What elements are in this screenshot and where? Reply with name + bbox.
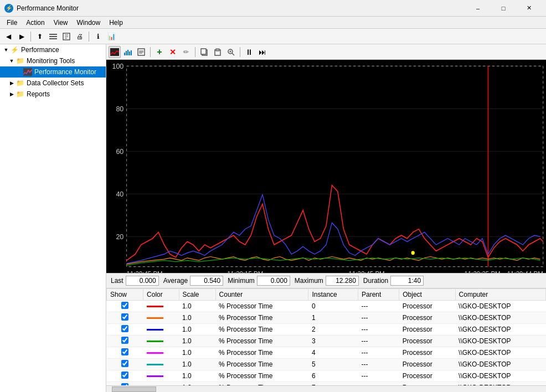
col-color: Color — [143, 289, 179, 301]
tree-monitoring-tools[interactable]: ▼ 📁 Monitoring Tools — [0, 55, 106, 66]
cell-parent: --- — [358, 347, 399, 359]
paste-data-button[interactable] — [212, 46, 224, 58]
cell-scale: 1.0 — [179, 347, 215, 359]
cell-show — [107, 359, 143, 370]
last-value: 0.000 — [126, 276, 159, 286]
print-button[interactable]: 🖨 — [74, 30, 86, 43]
stat-duration: Duration 1:40 — [363, 276, 424, 286]
cell-scale: 1.0 — [179, 301, 215, 312]
svg-rect-19 — [201, 49, 206, 54]
info-button[interactable]: ℹ — [92, 30, 104, 43]
cell-instance: 1 — [308, 312, 358, 324]
menu-window[interactable]: Window — [73, 18, 105, 28]
cell-instance: 0 — [308, 301, 358, 312]
cell-computer: \\GKO-DESKTOP — [455, 347, 545, 359]
tree-root-performance[interactable]: ▼ ⚡ Performance — [0, 44, 106, 55]
svg-rect-11 — [127, 50, 128, 55]
cell-object: Processor — [399, 312, 455, 324]
duration-label: Duration — [363, 277, 388, 285]
toolbar-sep-2 — [89, 32, 89, 42]
delete-counter-button[interactable]: ✕ — [167, 46, 179, 58]
minimize-button[interactable]: – — [465, 0, 491, 17]
tree-reports[interactable]: ▶ 📁 Reports — [0, 89, 106, 100]
table-row[interactable]: 1.0 % Processor Time 3 --- Processor \\G… — [107, 336, 546, 347]
show-checkbox[interactable] — [121, 302, 128, 309]
cell-instance: 5 — [308, 359, 358, 370]
maximum-value: 12.280 — [326, 276, 359, 286]
menu-help[interactable]: Help — [105, 18, 127, 28]
right-panel: + ✕ ✏ ⏸ ⏭ — [106, 44, 546, 392]
cell-counter: % Processor Time — [215, 301, 308, 312]
show-checkbox[interactable] — [121, 325, 128, 332]
show-checkbox[interactable] — [121, 372, 128, 379]
view-histogram-button[interactable] — [122, 46, 134, 58]
menu-file[interactable]: File — [2, 18, 22, 28]
menu-action[interactable]: Action — [22, 18, 49, 28]
cell-object: Processor — [399, 347, 455, 359]
close-button[interactable]: ✕ — [516, 0, 542, 17]
edit-counter-button[interactable]: ✏ — [180, 46, 192, 58]
pause-button[interactable]: ⏸ — [243, 46, 255, 58]
svg-rect-9 — [124, 53, 125, 55]
properties-button[interactable] — [60, 30, 73, 43]
minimum-label: Minimum — [228, 277, 255, 285]
counter-table[interactable]: Show Color Scale Counter Instance Parent… — [106, 288, 546, 385]
stat-minimum: Minimum 0.000 — [228, 276, 290, 286]
back-button[interactable]: ◀ — [2, 30, 14, 43]
table-row[interactable]: 1.0 % Processor Time 6 --- Processor \\G… — [107, 370, 546, 382]
forward-button[interactable]: ▶ — [16, 30, 28, 43]
table-row[interactable]: 1.0 % Processor Time 0 --- Processor \\G… — [107, 301, 546, 312]
table-row[interactable]: 1.0 % Processor Time 2 --- Processor \\G… — [107, 324, 546, 336]
svg-rect-0 — [49, 34, 57, 35]
copy-data-button[interactable] — [198, 46, 210, 58]
cell-computer: \\GKO-DESKTOP — [455, 336, 545, 347]
main-toolbar: ◀ ▶ ⬆ 🖨 ℹ 📊 — [0, 29, 546, 44]
average-value: 0.540 — [190, 276, 223, 286]
perf-sep-3 — [240, 47, 240, 57]
tree-performance-monitor[interactable]: Performance Monitor — [0, 66, 106, 78]
scrollbar-area[interactable] — [106, 385, 546, 392]
cell-object: Processor — [399, 359, 455, 370]
performance-icon: ⚡ — [10, 45, 19, 54]
main-container: ▼ ⚡ Performance ▼ 📁 Monitoring Tools Per… — [0, 44, 546, 392]
stat-last: Last 0.000 — [111, 276, 159, 286]
add-counter-button[interactable]: + — [153, 46, 166, 58]
up-button[interactable]: ⬆ — [34, 30, 46, 43]
reports-icon: 📁 — [16, 90, 24, 99]
svg-text:40: 40 — [116, 189, 123, 198]
title-bar: ⚡ Performance Monitor – □ ✕ — [0, 0, 546, 17]
stat-maximum: Maximum 12.280 — [295, 276, 359, 286]
restore-button[interactable]: □ — [491, 0, 516, 17]
menu-view[interactable]: View — [49, 18, 73, 28]
cell-computer: \\GKO-DESKTOP — [455, 359, 545, 370]
view-button[interactable]: 📊 — [105, 30, 117, 43]
cell-color — [143, 312, 179, 324]
tree-data-collector-sets[interactable]: ▶ 📁 Data Collector Sets — [0, 78, 106, 89]
show-checkbox[interactable] — [121, 348, 128, 355]
svg-rect-21 — [216, 49, 219, 51]
svg-rect-8 — [110, 48, 119, 56]
show-checkbox[interactable] — [121, 337, 128, 344]
show-checkbox[interactable] — [121, 360, 128, 367]
svg-line-23 — [232, 53, 234, 55]
table-row[interactable]: 1.0 % Processor Time 1 --- Processor \\G… — [107, 312, 546, 324]
monitoring-tools-label: Monitoring Tools — [27, 57, 75, 65]
col-parent: Parent — [358, 289, 399, 301]
toolbar-sep-1 — [30, 32, 31, 42]
cell-parent: --- — [358, 312, 399, 324]
cell-counter: % Processor Time — [215, 370, 308, 382]
zoom-button[interactable] — [225, 46, 237, 58]
resume-button[interactable]: ⏭ — [256, 46, 269, 58]
svg-rect-12 — [129, 51, 130, 55]
view-graph-button[interactable] — [109, 46, 121, 58]
cell-show — [107, 347, 143, 359]
window-title: Performance Monitor — [17, 4, 465, 12]
show-hide-button[interactable] — [47, 30, 59, 43]
cell-computer: \\GKO-DESKTOP — [455, 324, 545, 336]
view-report-button[interactable] — [135, 46, 147, 58]
table-row[interactable]: 1.0 % Processor Time 4 --- Processor \\G… — [107, 347, 546, 359]
table-row[interactable]: 1.0 % Processor Time 5 --- Processor \\G… — [107, 359, 546, 370]
minimum-value: 0.000 — [257, 276, 290, 286]
show-checkbox[interactable] — [121, 313, 128, 321]
cell-color — [143, 324, 179, 336]
